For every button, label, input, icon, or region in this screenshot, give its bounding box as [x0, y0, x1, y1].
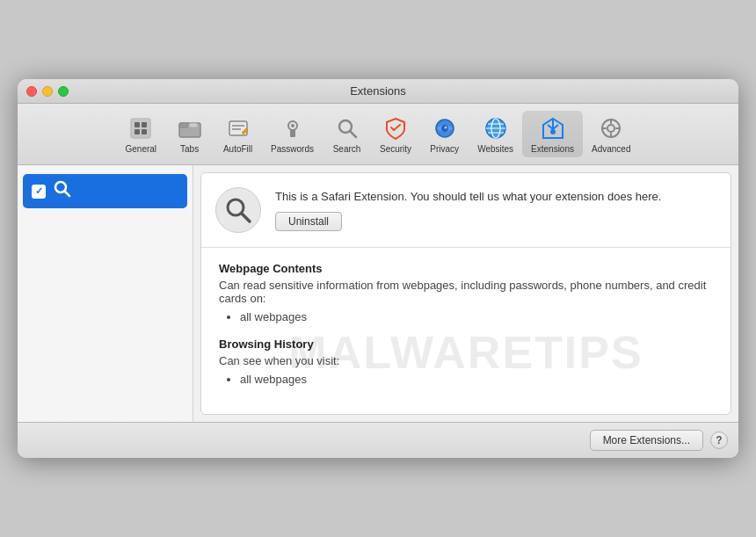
toolbar-item-search[interactable]: Search: [323, 111, 371, 157]
general-icon: [127, 114, 155, 142]
svg-line-17: [394, 125, 400, 130]
websites-icon: [482, 114, 510, 142]
svg-point-28: [607, 125, 614, 132]
webpage-contents-desc: Can read sensitive information from webp…: [219, 279, 713, 305]
minimize-button[interactable]: [42, 86, 53, 97]
passwords-label: Passwords: [271, 144, 314, 154]
toolbar-item-websites[interactable]: Websites: [469, 111, 522, 157]
titlebar: Extensions: [18, 79, 738, 104]
svg-rect-4: [142, 129, 147, 134]
autofill-icon: [224, 114, 252, 142]
browsing-history-list: all webpages: [219, 373, 713, 386]
autofill-label: AutoFill: [223, 144, 252, 154]
svg-rect-6: [179, 123, 188, 127]
extension-description: This is a Safari Extension. You should t…: [275, 189, 716, 205]
extensions-icon: [539, 114, 567, 142]
svg-rect-1: [134, 122, 140, 127]
main-content: ✓ MALWARETIPS: [18, 165, 738, 422]
window-title: Extensions: [350, 84, 406, 98]
extension-header: This is a Safari Extension. You should t…: [201, 173, 731, 248]
privacy-label: Privacy: [430, 144, 459, 154]
toolbar-item-extensions[interactable]: Extensions: [522, 111, 583, 157]
bottom-bar: More Extensions... ?: [18, 422, 738, 458]
toolbar-item-autofill[interactable]: AutoFill: [214, 111, 262, 157]
close-button[interactable]: [26, 86, 37, 97]
toolbar-item-security[interactable]: Security: [371, 111, 420, 157]
security-icon: [382, 114, 410, 142]
toolbar-item-tabs[interactable]: Tabs: [165, 111, 214, 157]
passwords-icon: [279, 114, 307, 142]
svg-rect-0: [131, 119, 150, 138]
advanced-label: Advanced: [592, 144, 630, 154]
svg-line-34: [65, 192, 70, 197]
toolbar: General Tabs Auto: [18, 104, 738, 165]
toolbar-item-privacy[interactable]: Privacy: [420, 111, 469, 157]
general-label: General: [126, 144, 157, 154]
detail-panel: MALWARETIPS This is a Safari Extension. …: [200, 172, 731, 415]
extension-sidebar-icon: [53, 179, 72, 203]
permission-section-webpage: Webpage Contents Can read sensitive info…: [219, 262, 713, 323]
sidebar: ✓: [18, 165, 193, 422]
more-extensions-button[interactable]: More Extensions...: [590, 430, 703, 451]
tabs-label: Tabs: [180, 144, 199, 154]
tabs-icon: [176, 114, 204, 142]
security-label: Security: [380, 144, 411, 154]
traffic-lights: [26, 86, 69, 97]
search-icon: [333, 114, 361, 142]
search-label: Search: [333, 144, 361, 154]
svg-rect-2: [142, 122, 147, 127]
uninstall-button[interactable]: Uninstall: [275, 212, 342, 231]
extension-icon: [215, 187, 261, 233]
toolbar-item-general[interactable]: General: [117, 111, 166, 157]
advanced-icon: [597, 114, 625, 142]
svg-rect-12: [290, 129, 295, 137]
checkmark-icon: ✓: [35, 185, 43, 197]
extensions-label: Extensions: [531, 144, 574, 154]
svg-line-36: [242, 214, 250, 221]
maximize-button[interactable]: [58, 86, 69, 97]
privacy-icon: [431, 114, 459, 142]
svg-point-26: [550, 129, 556, 134]
svg-point-20: [444, 127, 447, 129]
extension-checkbox[interactable]: ✓: [32, 185, 46, 199]
extension-permissions: Webpage Contents Can read sensitive info…: [201, 248, 731, 414]
list-item: all webpages: [240, 310, 713, 323]
websites-label: Websites: [477, 144, 513, 154]
permission-section-browsing: Browsing History Can see when you visit:…: [219, 337, 713, 386]
svg-rect-7: [189, 123, 198, 127]
extension-header-text: This is a Safari Extension. You should t…: [275, 189, 716, 231]
webpage-contents-list: all webpages: [219, 310, 713, 323]
svg-point-13: [291, 124, 294, 127]
webpage-contents-title: Webpage Contents: [219, 262, 713, 275]
browsing-history-title: Browsing History: [219, 337, 713, 351]
browsing-history-desc: Can see when you visit:: [219, 354, 713, 367]
toolbar-item-passwords[interactable]: Passwords: [262, 111, 323, 157]
svg-line-15: [350, 132, 356, 138]
toolbar-item-advanced[interactable]: Advanced: [583, 111, 639, 157]
help-button[interactable]: ?: [710, 432, 728, 449]
svg-rect-3: [134, 129, 140, 134]
sidebar-item-search-ext[interactable]: ✓: [23, 174, 187, 208]
list-item: all webpages: [240, 373, 713, 386]
main-window: Extensions General: [18, 79, 738, 458]
